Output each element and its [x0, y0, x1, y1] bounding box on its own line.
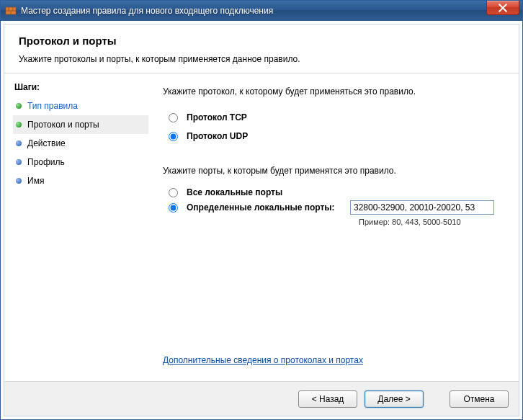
protocol-tcp-label[interactable]: Протокол TCP: [187, 112, 247, 122]
step-label: Имя: [27, 176, 44, 186]
help-link[interactable]: Дополнительные сведения о протоколах и п…: [163, 355, 363, 365]
ports-all-row: Все локальные порты: [163, 187, 501, 197]
back-button[interactable]: < Назад: [298, 390, 357, 408]
ports-specific-label[interactable]: Определенные локальные порты:: [187, 202, 335, 213]
protocol-tcp-row: Протокол TCP: [163, 111, 501, 124]
step-bullet-icon: [16, 140, 22, 146]
step-label: Протокол и порты: [27, 120, 99, 130]
step-label: Тип правила: [27, 101, 78, 111]
step-name[interactable]: Имя: [13, 171, 148, 190]
ports-prompt: Укажите порты, к которым будет применятс…: [163, 166, 501, 176]
client-area: Протокол и порты Укажите протоколы и пор…: [4, 24, 519, 416]
wizard-header: Протокол и порты Укажите протоколы и пор…: [4, 24, 519, 73]
ports-input[interactable]: [350, 200, 494, 215]
next-button[interactable]: Далее >: [365, 390, 424, 408]
wizard-window: Мастер создания правила для нового входя…: [0, 0, 523, 420]
ports-block: Укажите порты, к которым будет применятс…: [163, 166, 501, 226]
step-label: Действие: [27, 138, 66, 148]
wizard-body: Шаги: Тип правила Протокол и порты Дейст…: [4, 73, 519, 381]
protocol-udp-row: Протокол UDP: [163, 130, 501, 143]
main-panel: Укажите протокол, к которому будет приме…: [148, 73, 519, 381]
step-protocol-ports[interactable]: Протокол и порты: [13, 115, 148, 134]
ports-specific-row: Определенные локальные порты:: [163, 200, 501, 215]
window-title: Мастер создания правила для нового входя…: [21, 6, 273, 16]
step-bullet-icon: [16, 103, 22, 109]
protocol-tcp-radio[interactable]: [169, 113, 178, 122]
help-link-row: Дополнительные сведения о протоколах и п…: [163, 355, 501, 372]
step-profile[interactable]: Профиль: [13, 153, 148, 171]
steps-sidebar: Шаги: Тип правила Протокол и порты Дейст…: [4, 73, 148, 381]
ports-example: Пример: 80, 443, 5000-5010: [359, 218, 501, 226]
firewall-icon: [5, 5, 17, 17]
step-bullet-icon: [16, 178, 22, 184]
step-rule-type[interactable]: Тип правила: [13, 97, 148, 115]
wizard-footer: < Назад Далее > Отмена: [4, 381, 519, 416]
ports-specific-radio[interactable]: [169, 203, 178, 213]
steps-heading: Шаги:: [13, 79, 148, 97]
step-action[interactable]: Действие: [13, 134, 148, 153]
page-subtitle: Укажите протоколы и порты, к которым при…: [19, 54, 504, 64]
ports-all-radio[interactable]: [169, 188, 178, 197]
protocol-prompt: Укажите протокол, к которому будет приме…: [163, 86, 501, 97]
cancel-button[interactable]: Отмена: [450, 390, 509, 408]
ports-all-label[interactable]: Все локальные порты: [187, 187, 282, 197]
step-label: Профиль: [27, 157, 65, 167]
step-bullet-icon: [16, 159, 22, 165]
protocol-udp-radio[interactable]: [169, 132, 178, 141]
step-bullet-icon: [16, 122, 22, 128]
protocol-udp-label[interactable]: Протокол UDP: [187, 131, 248, 141]
page-title: Протокол и порты: [19, 35, 504, 47]
titlebar: Мастер создания правила для нового входя…: [1, 1, 522, 21]
close-button[interactable]: [486, 1, 519, 15]
